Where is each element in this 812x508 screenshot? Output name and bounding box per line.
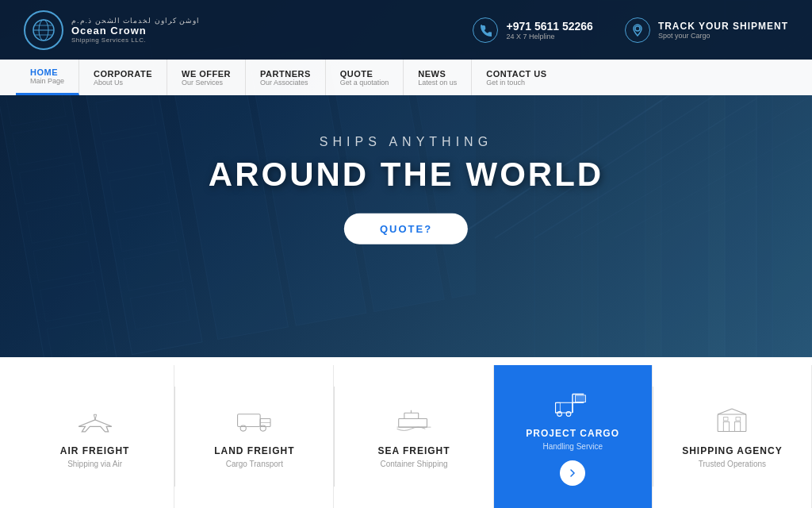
svg-rect-60 [735, 421, 741, 431]
service-air-freight[interactable]: AIR FREIGHT Shipping via Air [0, 365, 174, 508]
logo-english: Ocean Crown [71, 25, 200, 37]
svg-rect-62 [736, 417, 741, 420]
air-freight-icon [75, 406, 115, 437]
phone-number: +971 5611 52266 [506, 20, 592, 33]
hero-subtitle: SHIPS ANYTHING [209, 135, 603, 149]
nav-contact[interactable]: CONTACT US Get in touch [472, 60, 561, 95]
track-shipment[interactable]: TRACK YOUR SHIPMENT Spot your Cargo [625, 17, 788, 43]
air-freight-desc: Shipping via Air [67, 460, 122, 468]
logo[interactable]: اوشن كراون لخدمات الشحن ذ.م.م Ocean Crow… [24, 10, 200, 50]
svg-line-58 [732, 408, 746, 414]
quote-button[interactable]: QUOTE? [344, 214, 468, 244]
air-freight-name: AIR FREIGHT [60, 445, 130, 456]
sea-freight-icon [394, 406, 434, 437]
svg-rect-55 [576, 394, 586, 402]
nav-we-offer[interactable]: WE OFFER Our Services [167, 60, 246, 95]
nav-corporate[interactable]: CORPORATE About Us [79, 60, 167, 95]
nav-home[interactable]: HOME Main Page [16, 60, 79, 95]
track-subtitle: Spot your Cargo [658, 32, 788, 40]
hero-title: AROUND THE WORLD [209, 156, 603, 194]
svg-rect-61 [724, 417, 729, 420]
logo-text: اوشن كراون لخدمات الشحن ذ.م.م Ocean Crow… [71, 17, 200, 44]
svg-point-5 [635, 26, 640, 31]
project-cargo-desc: Handling Service [542, 442, 603, 451]
svg-rect-48 [556, 402, 573, 413]
project-cargo-name: PROJECT CARGO [526, 428, 619, 439]
svg-rect-44 [399, 418, 427, 427]
land-freight-name: LAND FREIGHT [214, 445, 294, 456]
service-land-freight[interactable]: LAND FREIGHT Cargo Transport [175, 365, 334, 508]
nav-quote[interactable]: QUOTE Get a quotation [326, 60, 404, 95]
svg-point-54 [566, 411, 571, 416]
header-right: +971 5611 52266 24 X 7 Helpline TRACK YO… [473, 17, 788, 43]
phone-subtitle: 24 X 7 Helpline [506, 33, 592, 40]
nav-news[interactable]: NEWS Latest on us [404, 60, 472, 95]
service-shipping-agency[interactable]: SHIPPING AGENCY Trusted Operations [653, 365, 812, 508]
shipping-agency-icon [712, 406, 752, 437]
svg-line-57 [718, 408, 733, 414]
logo-globe-icon [24, 10, 63, 50]
svg-point-53 [557, 411, 562, 416]
sea-freight-name: SEA FREIGHT [377, 445, 450, 456]
svg-rect-38 [237, 414, 260, 426]
services-strip: AIR FREIGHT Shipping via Air LAND FREIGH… [0, 365, 812, 508]
logo-sub: Shipping Services LLC. [71, 37, 200, 44]
svg-rect-45 [404, 413, 419, 418]
shipping-agency-desc: Trusted Operations [699, 460, 766, 468]
svg-rect-59 [724, 421, 730, 431]
contact-info: +971 5611 52266 24 X 7 Helpline [506, 20, 592, 40]
hero-content: SHIPS ANYTHING AROUND THE WORLD QUOTE? [209, 135, 603, 244]
land-freight-desc: Cargo Transport [226, 460, 283, 468]
service-sea-freight[interactable]: SEA FREIGHT Container Shipping [335, 365, 493, 508]
track-text: TRACK YOUR SHIPMENT Spot your Cargo [658, 21, 788, 40]
track-title: TRACK YOUR SHIPMENT [658, 21, 788, 32]
nav-partners[interactable]: PARTNERS Our Associates [246, 60, 326, 95]
navbar: HOME Main Page CORPORATE About Us WE OFF… [0, 60, 812, 95]
project-cargo-arrow[interactable] [560, 460, 585, 486]
shipping-agency-name: SHIPPING AGENCY [682, 445, 783, 456]
project-cargo-icon [553, 388, 592, 420]
logo-arabic: اوشن كراون لخدمات الشحن ذ.م.م [71, 17, 200, 25]
land-freight-icon [235, 406, 274, 437]
phone-icon [473, 17, 498, 43]
sea-freight-desc: Container Shipping [380, 460, 447, 468]
service-project-cargo[interactable]: PROJECT CARGO Handling Service [494, 365, 653, 508]
svg-rect-56 [718, 414, 747, 431]
track-icon [625, 17, 650, 43]
header: اوشن كراون لخدمات الشحن ذ.م.م Ocean Crow… [0, 0, 812, 60]
phone-contact[interactable]: +971 5611 52266 24 X 7 Helpline [473, 17, 592, 43]
